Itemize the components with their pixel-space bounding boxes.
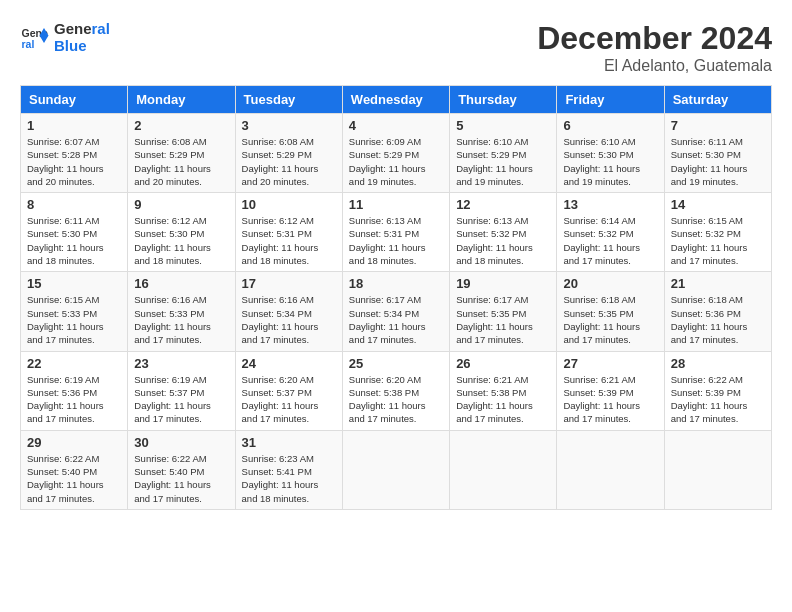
calendar-cell: 19Sunrise: 6:17 AMSunset: 5:35 PMDayligh… [450, 272, 557, 351]
calendar-cell: 26Sunrise: 6:21 AMSunset: 5:38 PMDayligh… [450, 351, 557, 430]
day-number: 24 [242, 356, 336, 371]
calendar-cell: 30Sunrise: 6:22 AMSunset: 5:40 PMDayligh… [128, 430, 235, 509]
calendar-cell: 21Sunrise: 6:18 AMSunset: 5:36 PMDayligh… [664, 272, 771, 351]
day-number: 2 [134, 118, 228, 133]
day-number: 17 [242, 276, 336, 291]
calendar-cell: 16Sunrise: 6:16 AMSunset: 5:33 PMDayligh… [128, 272, 235, 351]
day-info: Sunrise: 6:16 AMSunset: 5:34 PMDaylight:… [242, 293, 336, 346]
month-title: December 2024 [537, 20, 772, 57]
column-header-wednesday: Wednesday [342, 86, 449, 114]
day-info: Sunrise: 6:16 AMSunset: 5:33 PMDaylight:… [134, 293, 228, 346]
day-number: 15 [27, 276, 121, 291]
day-number: 20 [563, 276, 657, 291]
day-number: 23 [134, 356, 228, 371]
column-header-friday: Friday [557, 86, 664, 114]
calendar-cell: 7Sunrise: 6:11 AMSunset: 5:30 PMDaylight… [664, 114, 771, 193]
day-info: Sunrise: 6:09 AMSunset: 5:29 PMDaylight:… [349, 135, 443, 188]
day-number: 31 [242, 435, 336, 450]
day-info: Sunrise: 6:23 AMSunset: 5:41 PMDaylight:… [242, 452, 336, 505]
column-header-thursday: Thursday [450, 86, 557, 114]
day-info: Sunrise: 6:21 AMSunset: 5:39 PMDaylight:… [563, 373, 657, 426]
calendar-cell: 2Sunrise: 6:08 AMSunset: 5:29 PMDaylight… [128, 114, 235, 193]
day-info: Sunrise: 6:22 AMSunset: 5:40 PMDaylight:… [27, 452, 121, 505]
calendar-cell: 11Sunrise: 6:13 AMSunset: 5:31 PMDayligh… [342, 193, 449, 272]
calendar-cell: 9Sunrise: 6:12 AMSunset: 5:30 PMDaylight… [128, 193, 235, 272]
day-number: 11 [349, 197, 443, 212]
day-info: Sunrise: 6:11 AMSunset: 5:30 PMDaylight:… [671, 135, 765, 188]
day-info: Sunrise: 6:21 AMSunset: 5:38 PMDaylight:… [456, 373, 550, 426]
calendar-cell: 5Sunrise: 6:10 AMSunset: 5:29 PMDaylight… [450, 114, 557, 193]
day-number: 1 [27, 118, 121, 133]
day-number: 5 [456, 118, 550, 133]
calendar-week-1: 1Sunrise: 6:07 AMSunset: 5:28 PMDaylight… [21, 114, 772, 193]
day-info: Sunrise: 6:10 AMSunset: 5:30 PMDaylight:… [563, 135, 657, 188]
calendar-cell: 12Sunrise: 6:13 AMSunset: 5:32 PMDayligh… [450, 193, 557, 272]
day-number: 10 [242, 197, 336, 212]
day-info: Sunrise: 6:15 AMSunset: 5:32 PMDaylight:… [671, 214, 765, 267]
calendar-week-4: 22Sunrise: 6:19 AMSunset: 5:36 PMDayligh… [21, 351, 772, 430]
calendar-cell: 28Sunrise: 6:22 AMSunset: 5:39 PMDayligh… [664, 351, 771, 430]
day-info: Sunrise: 6:19 AMSunset: 5:36 PMDaylight:… [27, 373, 121, 426]
page-header: Gene ral General Blue December 2024 El A… [20, 20, 772, 75]
day-number: 18 [349, 276, 443, 291]
calendar-cell: 13Sunrise: 6:14 AMSunset: 5:32 PMDayligh… [557, 193, 664, 272]
calendar-week-2: 8Sunrise: 6:11 AMSunset: 5:30 PMDaylight… [21, 193, 772, 272]
calendar-cell [557, 430, 664, 509]
day-info: Sunrise: 6:13 AMSunset: 5:32 PMDaylight:… [456, 214, 550, 267]
day-number: 13 [563, 197, 657, 212]
calendar-cell: 4Sunrise: 6:09 AMSunset: 5:29 PMDaylight… [342, 114, 449, 193]
logo-line2: Blue [54, 37, 110, 54]
column-header-tuesday: Tuesday [235, 86, 342, 114]
calendar-cell: 8Sunrise: 6:11 AMSunset: 5:30 PMDaylight… [21, 193, 128, 272]
day-info: Sunrise: 6:18 AMSunset: 5:36 PMDaylight:… [671, 293, 765, 346]
calendar-cell: 31Sunrise: 6:23 AMSunset: 5:41 PMDayligh… [235, 430, 342, 509]
day-number: 22 [27, 356, 121, 371]
title-section: December 2024 El Adelanto, Guatemala [537, 20, 772, 75]
column-header-saturday: Saturday [664, 86, 771, 114]
day-info: Sunrise: 6:17 AMSunset: 5:35 PMDaylight:… [456, 293, 550, 346]
logo: Gene ral General Blue [20, 20, 110, 54]
logo-icon: Gene ral [20, 22, 50, 52]
day-number: 14 [671, 197, 765, 212]
calendar-cell: 14Sunrise: 6:15 AMSunset: 5:32 PMDayligh… [664, 193, 771, 272]
day-info: Sunrise: 6:19 AMSunset: 5:37 PMDaylight:… [134, 373, 228, 426]
day-number: 12 [456, 197, 550, 212]
calendar-week-5: 29Sunrise: 6:22 AMSunset: 5:40 PMDayligh… [21, 430, 772, 509]
calendar-cell: 17Sunrise: 6:16 AMSunset: 5:34 PMDayligh… [235, 272, 342, 351]
day-number: 26 [456, 356, 550, 371]
day-info: Sunrise: 6:15 AMSunset: 5:33 PMDaylight:… [27, 293, 121, 346]
day-info: Sunrise: 6:08 AMSunset: 5:29 PMDaylight:… [134, 135, 228, 188]
day-info: Sunrise: 6:12 AMSunset: 5:30 PMDaylight:… [134, 214, 228, 267]
calendar-cell [664, 430, 771, 509]
day-info: Sunrise: 6:22 AMSunset: 5:40 PMDaylight:… [134, 452, 228, 505]
svg-text:ral: ral [22, 38, 35, 50]
calendar-cell: 3Sunrise: 6:08 AMSunset: 5:29 PMDaylight… [235, 114, 342, 193]
calendar-cell [342, 430, 449, 509]
calendar-cell: 15Sunrise: 6:15 AMSunset: 5:33 PMDayligh… [21, 272, 128, 351]
column-header-sunday: Sunday [21, 86, 128, 114]
day-number: 8 [27, 197, 121, 212]
day-info: Sunrise: 6:11 AMSunset: 5:30 PMDaylight:… [27, 214, 121, 267]
day-info: Sunrise: 6:13 AMSunset: 5:31 PMDaylight:… [349, 214, 443, 267]
day-number: 7 [671, 118, 765, 133]
day-info: Sunrise: 6:10 AMSunset: 5:29 PMDaylight:… [456, 135, 550, 188]
day-number: 4 [349, 118, 443, 133]
calendar-cell: 25Sunrise: 6:20 AMSunset: 5:38 PMDayligh… [342, 351, 449, 430]
day-info: Sunrise: 6:20 AMSunset: 5:37 PMDaylight:… [242, 373, 336, 426]
day-info: Sunrise: 6:07 AMSunset: 5:28 PMDaylight:… [27, 135, 121, 188]
calendar-cell: 1Sunrise: 6:07 AMSunset: 5:28 PMDaylight… [21, 114, 128, 193]
day-info: Sunrise: 6:12 AMSunset: 5:31 PMDaylight:… [242, 214, 336, 267]
calendar-table: SundayMondayTuesdayWednesdayThursdayFrid… [20, 85, 772, 510]
calendar-header-row: SundayMondayTuesdayWednesdayThursdayFrid… [21, 86, 772, 114]
calendar-cell: 10Sunrise: 6:12 AMSunset: 5:31 PMDayligh… [235, 193, 342, 272]
day-info: Sunrise: 6:08 AMSunset: 5:29 PMDaylight:… [242, 135, 336, 188]
day-number: 28 [671, 356, 765, 371]
logo-line1: General [54, 20, 110, 37]
day-info: Sunrise: 6:20 AMSunset: 5:38 PMDaylight:… [349, 373, 443, 426]
location: El Adelanto, Guatemala [537, 57, 772, 75]
day-number: 29 [27, 435, 121, 450]
calendar-cell [450, 430, 557, 509]
calendar-cell: 6Sunrise: 6:10 AMSunset: 5:30 PMDaylight… [557, 114, 664, 193]
day-number: 30 [134, 435, 228, 450]
day-number: 19 [456, 276, 550, 291]
